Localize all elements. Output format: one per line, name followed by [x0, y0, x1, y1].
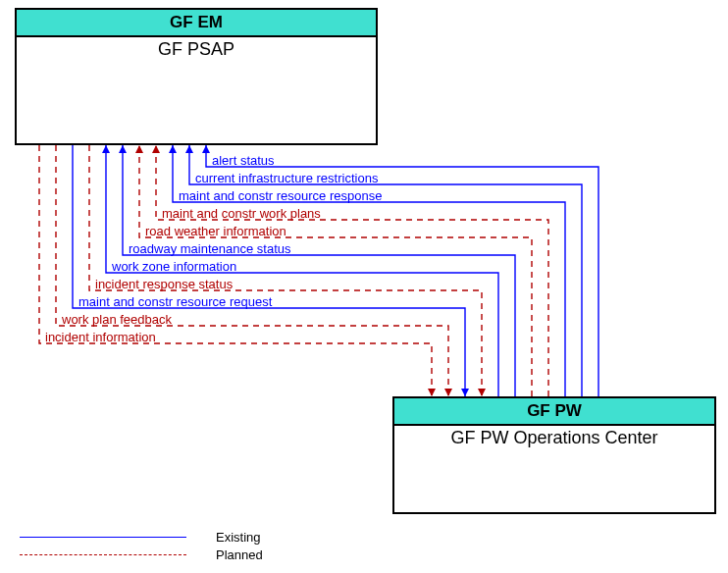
legend-existing-label: Existing	[216, 530, 261, 545]
flow-label: alert status	[212, 153, 275, 168]
flow-label: work zone information	[112, 259, 236, 274]
flow-label: work plan feedback	[62, 312, 172, 327]
legend-existing: Existing	[20, 528, 263, 546]
flow-label: road weather information	[145, 224, 286, 238]
legend-planned-label: Planned	[216, 547, 263, 562]
flow-label: incident information	[45, 330, 156, 344]
flow-label: maint and constr work plans	[162, 206, 321, 221]
legend-planned: Planned	[20, 546, 263, 563]
legend-line-existing	[20, 537, 186, 538]
flow-label: maint and constr resource response	[179, 188, 382, 203]
flow-label: roadway maintenance status	[129, 241, 290, 256]
flow-label: maint and constr resource request	[78, 294, 272, 309]
legend-line-planned	[20, 554, 186, 555]
legend: Existing Planned	[20, 528, 263, 563]
flow-label: incident response status	[95, 277, 233, 291]
flow-label: current infrastructure restrictions	[195, 171, 378, 185]
diagram-canvas: GF EM GF PSAP GF PW GF PW Operations Cen…	[0, 0, 728, 573]
